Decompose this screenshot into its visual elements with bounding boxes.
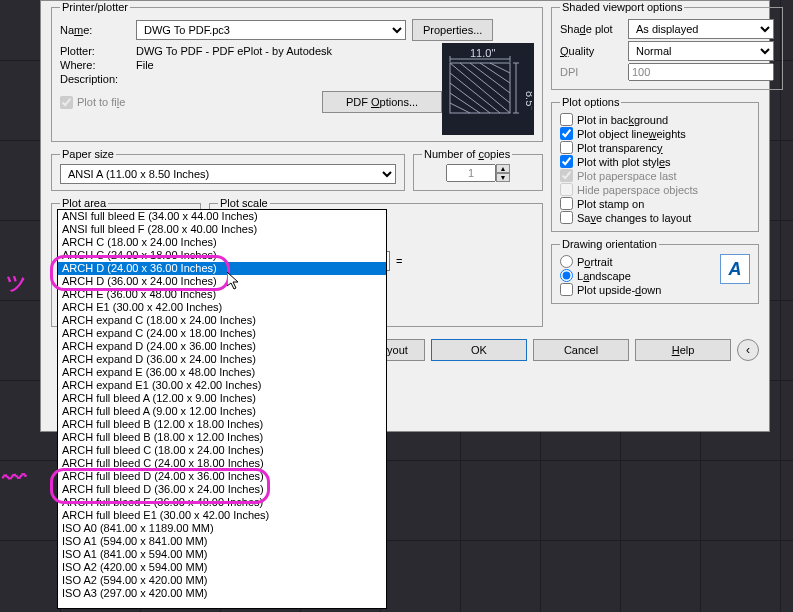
paper-size-option[interactable]: ANSI full bleed F (28.00 x 40.00 Inches) (58, 223, 386, 236)
paper-size-option[interactable]: ANSI full bleed E (34.00 x 44.00 Inches) (58, 210, 386, 223)
landscape-radio[interactable] (560, 269, 573, 282)
shade-plot-label: Shade plot (560, 23, 622, 35)
plot-area-legend: Plot area (60, 197, 108, 209)
paper-size-option[interactable]: ARCH D (24.00 x 36.00 Inches) (58, 262, 386, 275)
plot-styles-checkbox[interactable] (560, 155, 573, 168)
paper-size-option[interactable]: ARCH expand C (18.00 x 24.00 Inches) (58, 314, 386, 327)
paper-size-option[interactable]: ISO A2 (594.00 x 420.00 MM) (58, 574, 386, 587)
paper-size-dropdown-list[interactable]: ANSI full bleed E (34.00 x 44.00 Inches)… (57, 209, 387, 609)
paper-size-option[interactable]: ISO A3 (297.00 x 420.00 MM) (58, 587, 386, 600)
paper-size-option[interactable]: ARCH full bleed A (12.00 x 9.00 Inches) (58, 392, 386, 405)
paper-size-option[interactable]: ARCH D (36.00 x 24.00 Inches) (58, 275, 386, 288)
plot-options-group: Plot options Plot in background Plot obj… (551, 96, 759, 232)
upside-down-label: Plot upside-down (577, 284, 661, 296)
paper-size-group: Paper size ANSI A (11.00 x 8.50 Inches) (51, 148, 405, 191)
plot-to-file-label: Plot to file (77, 96, 125, 108)
paper-size-option[interactable]: ARCH full bleed D (24.00 x 36.00 Inches) (58, 470, 386, 483)
plot-styles-label: Plot with plot styles (577, 156, 671, 168)
paper-size-option[interactable]: ARCH expand C (24.00 x 18.00 Inches) (58, 327, 386, 340)
preview-width: 11.0" (470, 47, 495, 59)
quality-select[interactable]: Normal (628, 41, 774, 61)
orientation-a-icon: A (720, 254, 750, 284)
preview-height: 8.5" (524, 91, 532, 110)
plot-lineweights-label: Plot object lineweights (577, 128, 686, 140)
upside-down-checkbox[interactable] (560, 283, 573, 296)
help-button[interactable]: Help (635, 339, 731, 361)
copies-spinner[interactable]: ▲▼ (496, 164, 510, 182)
description-label: Description: (60, 73, 130, 85)
ok-button[interactable]: OK (431, 339, 527, 361)
plot-background-label: Plot in background (577, 114, 668, 126)
paper-size-option[interactable]: ARCH C (24.00 x 18.00 Inches) (58, 249, 386, 262)
plotter-preview: 11.0" 8.5" (442, 43, 534, 135)
dpi-label: DPI (560, 66, 622, 78)
paper-size-option[interactable]: ARCH expand E (36.00 x 48.00 Inches) (58, 366, 386, 379)
copies-legend: Number of copies (422, 148, 512, 160)
where-label: Where: (60, 59, 130, 71)
plotter-value: DWG To PDF - PDF ePlot - by Autodesk (136, 45, 332, 57)
plot-scale-legend: Plot scale (218, 197, 270, 209)
paper-size-option[interactable]: ARCH full bleed A (9.00 x 12.00 Inches) (58, 405, 386, 418)
plot-stamp-label: Plot stamp on (577, 198, 644, 210)
paper-size-option[interactable]: ARCH expand E1 (30.00 x 42.00 Inches) (58, 379, 386, 392)
copies-input[interactable] (446, 164, 496, 182)
paper-size-legend: Paper size (60, 148, 116, 160)
printer-name-select[interactable]: DWG To PDF.pc3 (136, 20, 406, 40)
where-value: File (136, 59, 154, 71)
paper-size-option[interactable]: ARCH full bleed D (36.00 x 24.00 Inches) (58, 483, 386, 496)
orientation-group: Drawing orientation Portrait Landscape P… (551, 238, 759, 304)
quality-label: Quality (560, 45, 622, 57)
paper-size-option[interactable]: ISO A1 (594.00 x 841.00 MM) (58, 535, 386, 548)
paper-size-option[interactable]: ARCH E (36.00 x 48.00 Inches) (58, 288, 386, 301)
printer-plotter-group: Printer/plotter Name: DWG To PDF.pc3 Pro… (51, 1, 543, 142)
copies-group: Number of copies ▲▼ (413, 148, 543, 191)
paper-size-select[interactable]: ANSI A (11.00 x 8.50 Inches) (60, 164, 396, 184)
shade-plot-select[interactable]: As displayed (628, 19, 774, 39)
plot-transparency-checkbox[interactable] (560, 141, 573, 154)
paper-size-option[interactable]: ARCH full bleed E (36.00 x 48.00 Inches) (58, 496, 386, 509)
cancel-button[interactable]: Cancel (533, 339, 629, 361)
landscape-label: Landscape (577, 270, 631, 282)
plot-options-legend: Plot options (560, 96, 621, 108)
paper-size-option[interactable]: ARCH full bleed E1 (30.00 x 42.00 Inches… (58, 509, 386, 522)
plot-background-checkbox[interactable] (560, 113, 573, 126)
plot-transparency-label: Plot transparency (577, 142, 663, 154)
portrait-radio[interactable] (560, 255, 573, 268)
svg-line-3 (450, 83, 490, 113)
paper-size-option[interactable]: ARCH E1 (30.00 x 42.00 Inches) (58, 301, 386, 314)
pdf-options-button[interactable]: PDF Options... (322, 91, 442, 113)
plot-paperspace-checkbox (560, 169, 573, 182)
paper-size-option[interactable]: ISO A2 (420.00 x 594.00 MM) (58, 561, 386, 574)
plot-lineweights-checkbox[interactable] (560, 127, 573, 140)
name-label: Name: (60, 24, 130, 36)
shaded-viewport-group: Shaded viewport options Shade plot As di… (551, 1, 783, 90)
hide-paperspace-label: Hide paperspace objects (577, 184, 698, 196)
printer-legend: Printer/plotter (60, 1, 130, 13)
portrait-label: Portrait (577, 256, 612, 268)
shaded-legend: Shaded viewport options (560, 1, 684, 13)
plot-to-file-checkbox (60, 96, 73, 109)
paper-size-option[interactable]: ARCH full bleed C (18.00 x 24.00 Inches) (58, 444, 386, 457)
paper-size-option[interactable]: ARCH expand D (24.00 x 36.00 Inches) (58, 340, 386, 353)
paper-size-option[interactable]: ARCH full bleed B (12.00 x 18.00 Inches) (58, 418, 386, 431)
plot-paperspace-label: Plot paperspace last (577, 170, 677, 182)
orientation-legend: Drawing orientation (560, 238, 659, 250)
svg-line-7 (470, 63, 510, 93)
paper-size-option[interactable]: ARCH full bleed B (18.00 x 12.00 Inches) (58, 431, 386, 444)
dpi-input (628, 63, 774, 81)
plot-stamp-checkbox[interactable] (560, 197, 573, 210)
save-changes-label: Save changes to layout (577, 212, 691, 224)
paper-size-option[interactable]: ARCH C (18.00 x 24.00 Inches) (58, 236, 386, 249)
paper-size-option[interactable]: ARCH full bleed C (24.00 x 18.00 Inches) (58, 457, 386, 470)
paper-size-option[interactable]: ARCH expand D (36.00 x 24.00 Inches) (58, 353, 386, 366)
plotter-label: Plotter: (60, 45, 130, 57)
paper-size-option[interactable]: ISO A1 (841.00 x 594.00 MM) (58, 548, 386, 561)
save-changes-checkbox[interactable] (560, 211, 573, 224)
hide-paperspace-checkbox (560, 183, 573, 196)
properties-button[interactable]: Properties... (412, 19, 493, 41)
chevron-left-icon[interactable]: ‹ (737, 339, 759, 361)
equals-label: = (396, 255, 402, 267)
paper-size-option[interactable]: ISO A0 (841.00 x 1189.00 MM) (58, 522, 386, 535)
